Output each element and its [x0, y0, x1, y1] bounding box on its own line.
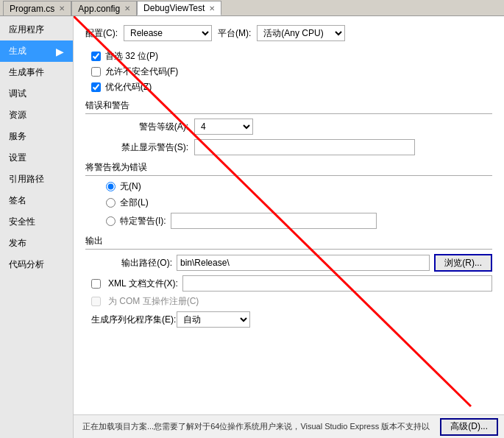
- radio-specific-label[interactable]: 特定警告(I):: [120, 215, 166, 227]
- serialization-select[interactable]: 自动 打开 关闭: [177, 311, 250, 328]
- output-path-label: 输出路径(O):: [91, 257, 172, 269]
- sidebar-item-code-analysis[interactable]: 代码分析: [0, 254, 73, 275]
- xml-row: XML 文档文件(X):: [85, 275, 492, 292]
- bottom-bar: 正在加载项目方案...您需要了解对于64位操作系统用户来说，Visual Stu…: [74, 414, 504, 438]
- bottom-bar-text: 正在加载项目方案...您需要了解对于64位操作系统用户来说，Visual Stu…: [79, 421, 440, 432]
- config-select[interactable]: Release Debug 活动(Release): [124, 25, 212, 41]
- radio-none-row: 无(N): [85, 180, 492, 193]
- unsafe-row: 允许不安全代码(F): [85, 66, 492, 78]
- tab-app-config-close[interactable]: ✕: [124, 4, 130, 13]
- errors-warnings-section: 错误和警告 警告等级(A): 4 0 1 2 3 禁止显示警告(S):: [85, 99, 492, 155]
- warning-level-label: 警告等级(A):: [100, 121, 188, 133]
- unsafe-label[interactable]: 允许不安全代码(F): [105, 66, 178, 78]
- tab-app-config-label: App.config: [78, 4, 120, 14]
- sidebar-item-resources[interactable]: 资源: [0, 105, 73, 126]
- sidebar-item-signing[interactable]: 签名: [0, 190, 73, 211]
- radio-specific-row: 特定警告(I):: [85, 213, 492, 229]
- radio-none-label[interactable]: 无(N): [120, 180, 141, 193]
- sidebar: 应用程序 生成 ▶ 生成事件 调试 资源 服务 设置 引用路径 签名 安全性: [0, 16, 74, 438]
- advanced-button[interactable]: 高级(D)...: [440, 418, 498, 436]
- tab-program-cs[interactable]: Program.cs ✕: [3, 1, 71, 15]
- sidebar-item-settings[interactable]: 设置: [0, 147, 73, 169]
- radio-all-label[interactable]: 全部(L): [120, 197, 149, 209]
- radio-none[interactable]: [106, 182, 116, 191]
- unsafe-checkbox[interactable]: [91, 67, 101, 77]
- errors-warnings-title: 错误和警告: [85, 100, 129, 110]
- config-row: 配置(C): Release Debug 活动(Release) 平台(M): …: [85, 25, 492, 41]
- warning-level-select[interactable]: 4 0 1 2 3: [194, 119, 253, 135]
- prefer32-checkbox[interactable]: [91, 52, 101, 61]
- xml-label: XML 文档文件(X):: [108, 278, 178, 290]
- tab-debug-view-test[interactable]: DebugViewTest ✕: [137, 1, 221, 15]
- prefer32-row: 首选 32 位(P): [85, 50, 492, 63]
- treat-warnings-title: 将警告视为错误: [85, 162, 147, 172]
- com-label: 为 COM 互操作注册(C): [108, 295, 199, 308]
- sidebar-item-app[interactable]: 应用程序: [0, 19, 73, 40]
- com-row: 为 COM 互操作注册(C): [85, 295, 492, 308]
- sidebar-item-publish[interactable]: 发布: [0, 233, 73, 254]
- tab-program-cs-close[interactable]: ✕: [59, 4, 65, 13]
- sidebar-item-services[interactable]: 服务: [0, 126, 73, 147]
- serialization-label: 生成序列化程序集(E):: [91, 314, 172, 326]
- radio-all[interactable]: [106, 198, 116, 208]
- sidebar-item-security[interactable]: 安全性: [0, 211, 73, 233]
- output-title: 输出: [85, 236, 103, 246]
- tab-app-config[interactable]: App.config ✕: [71, 1, 137, 15]
- tab-program-cs-label: Program.cs: [10, 4, 54, 14]
- optimize-row: 优化代码(Z): [85, 81, 492, 93]
- sidebar-item-build-events[interactable]: 生成事件: [0, 62, 73, 83]
- suppress-row: 禁止显示警告(S):: [85, 139, 492, 155]
- browse-button[interactable]: 浏览(R)...: [434, 254, 492, 272]
- serialization-row: 生成序列化程序集(E): 自动 打开 关闭: [85, 311, 492, 328]
- radio-all-row: 全部(L): [85, 197, 492, 209]
- tab-debug-view-test-label: DebugViewTest: [143, 3, 205, 13]
- sidebar-item-debug[interactable]: 调试: [0, 83, 73, 105]
- platform-select[interactable]: 活动(Any CPU) Any CPU x86 x64: [257, 25, 345, 41]
- xml-input[interactable]: [182, 275, 492, 292]
- tab-bar: Program.cs ✕ App.config ✕ DebugViewTest …: [0, 0, 504, 16]
- output-path-row: 输出路径(O): 浏览(R)...: [85, 254, 492, 272]
- sidebar-item-build[interactable]: 生成 ▶: [0, 40, 73, 62]
- xml-checkbox[interactable]: [91, 279, 101, 289]
- specific-warnings-input[interactable]: [171, 213, 377, 229]
- optimize-checkbox[interactable]: [91, 82, 101, 92]
- config-label: 配置(C):: [85, 27, 118, 40]
- suppress-input[interactable]: [194, 139, 415, 155]
- tab-debug-view-test-close[interactable]: ✕: [209, 4, 215, 13]
- prefer32-label[interactable]: 首选 32 位(P): [105, 50, 158, 63]
- output-path-input[interactable]: [177, 255, 430, 271]
- platform-label: 平台(M):: [218, 27, 251, 40]
- suppress-label: 禁止显示警告(S):: [100, 141, 188, 154]
- main-area: 应用程序 生成 ▶ 生成事件 调试 资源 服务 设置 引用路径 签名 安全性: [0, 16, 504, 438]
- sidebar-item-ref-paths[interactable]: 引用路径: [0, 169, 73, 190]
- content-panel: 配置(C): Release Debug 活动(Release) 平台(M): …: [74, 16, 504, 438]
- radio-specific[interactable]: [106, 216, 116, 226]
- warning-level-row: 警告等级(A): 4 0 1 2 3: [85, 119, 492, 135]
- output-section: 输出 输出路径(O): 浏览(R)... XML 文档文件(X): 为 COM …: [85, 235, 492, 368]
- sidebar-arrow-icon: ▶: [56, 46, 64, 57]
- treat-warnings-section: 将警告视为错误 无(N) 全部(L) 特定警告(I):: [85, 161, 492, 229]
- optimize-label[interactable]: 优化代码(Z): [105, 81, 152, 93]
- com-checkbox[interactable]: [91, 297, 101, 306]
